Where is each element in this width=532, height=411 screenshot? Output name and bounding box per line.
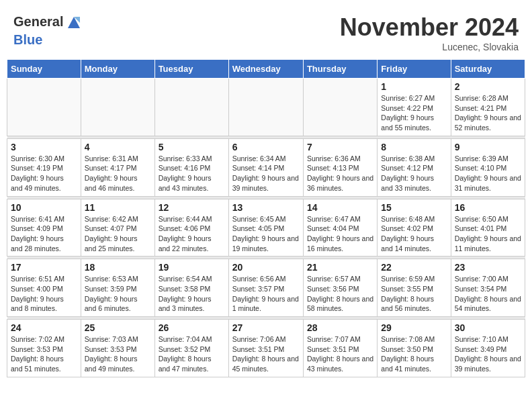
day-info: Sunrise: 7:02 AMSunset: 3:53 PMDaylight:… — [11, 334, 77, 374]
day-info: Sunrise: 6:48 AMSunset: 4:02 PMDaylight:… — [381, 214, 447, 254]
calendar-cell: 12Sunrise: 6:44 AMSunset: 4:06 PMDayligh… — [154, 199, 228, 257]
day-info: Sunrise: 6:44 AMSunset: 4:06 PMDaylight:… — [159, 214, 225, 254]
calendar-week-3: 10Sunrise: 6:41 AMSunset: 4:09 PMDayligh… — [7, 199, 525, 257]
calendar-cell: 14Sunrise: 6:47 AMSunset: 4:04 PMDayligh… — [303, 199, 377, 257]
day-info: Sunrise: 7:10 AMSunset: 3:49 PMDaylight:… — [455, 334, 521, 374]
weekday-header-thursday: Thursday — [303, 60, 377, 79]
day-number: 30 — [455, 322, 521, 333]
calendar-cell: 23Sunrise: 7:00 AMSunset: 3:54 PMDayligh… — [451, 259, 525, 317]
calendar-cell: 30Sunrise: 7:10 AMSunset: 3:49 PMDayligh… — [451, 320, 525, 377]
day-info: Sunrise: 7:03 AMSunset: 3:53 PMDaylight:… — [85, 334, 151, 374]
logo-text: General — [13, 13, 83, 32]
calendar-cell: 1Sunrise: 6:27 AMSunset: 4:22 PMDaylight… — [378, 79, 451, 136]
day-info: Sunrise: 7:08 AMSunset: 3:50 PMDaylight:… — [381, 334, 447, 374]
weekday-header-wednesday: Wednesday — [228, 60, 303, 79]
month-title: November 2024 — [340, 13, 519, 42]
calendar-cell: 21Sunrise: 6:57 AMSunset: 3:56 PMDayligh… — [303, 259, 377, 317]
calendar-cell: 11Sunrise: 6:42 AMSunset: 4:07 PMDayligh… — [81, 199, 154, 257]
calendar-cell: 26Sunrise: 7:04 AMSunset: 3:52 PMDayligh… — [154, 320, 228, 377]
day-info: Sunrise: 7:06 AMSunset: 3:51 PMDaylight:… — [232, 334, 300, 374]
day-number: 18 — [85, 262, 151, 273]
day-number: 24 — [11, 322, 77, 333]
calendar-header: SundayMondayTuesdayWednesdayThursdayFrid… — [7, 60, 525, 79]
calendar-cell: 9Sunrise: 6:39 AMSunset: 4:10 PMDaylight… — [451, 138, 525, 196]
day-info: Sunrise: 6:57 AMSunset: 3:56 PMDaylight:… — [307, 274, 373, 314]
weekday-header-tuesday: Tuesday — [154, 60, 228, 79]
day-info: Sunrise: 7:00 AMSunset: 3:54 PMDaylight:… — [455, 274, 521, 314]
calendar-cell: 2Sunrise: 6:28 AMSunset: 4:21 PMDaylight… — [451, 79, 525, 136]
day-number: 11 — [85, 202, 151, 213]
day-number: 4 — [85, 142, 151, 152]
logo: General Blue — [13, 13, 83, 47]
calendar-week-2: 3Sunrise: 6:30 AMSunset: 4:19 PMDaylight… — [7, 138, 525, 196]
calendar-cell: 4Sunrise: 6:31 AMSunset: 4:17 PMDaylight… — [81, 138, 154, 196]
day-number: 21 — [307, 262, 373, 273]
day-info: Sunrise: 6:41 AMSunset: 4:09 PMDaylight:… — [11, 214, 77, 254]
day-number: 29 — [381, 322, 447, 333]
calendar-cell: 19Sunrise: 6:54 AMSunset: 3:58 PMDayligh… — [154, 259, 228, 317]
day-info: Sunrise: 6:34 AMSunset: 4:14 PMDaylight:… — [232, 154, 300, 193]
day-info: Sunrise: 6:30 AMSunset: 4:19 PMDaylight:… — [11, 154, 77, 193]
calendar-cell: 29Sunrise: 7:08 AMSunset: 3:50 PMDayligh… — [378, 320, 451, 377]
day-number: 6 — [232, 142, 300, 152]
logo-blue: Blue — [13, 32, 83, 47]
day-number: 15 — [381, 202, 447, 213]
calendar-cell: 28Sunrise: 7:07 AMSunset: 3:51 PMDayligh… — [303, 320, 377, 377]
day-number: 5 — [159, 142, 225, 152]
day-number: 12 — [159, 202, 225, 213]
day-info: Sunrise: 6:54 AMSunset: 3:58 PMDaylight:… — [159, 274, 225, 314]
day-info: Sunrise: 6:42 AMSunset: 4:07 PMDaylight:… — [85, 214, 151, 254]
calendar-table: SundayMondayTuesdayWednesdayThursdayFrid… — [7, 59, 525, 377]
day-info: Sunrise: 6:51 AMSunset: 4:00 PMDaylight:… — [11, 274, 77, 314]
calendar-cell: 22Sunrise: 6:59 AMSunset: 3:55 PMDayligh… — [378, 259, 451, 317]
day-number: 27 — [232, 322, 300, 333]
calendar-cell — [7, 79, 81, 136]
calendar-cell: 3Sunrise: 6:30 AMSunset: 4:19 PMDaylight… — [7, 138, 81, 196]
day-info: Sunrise: 7:07 AMSunset: 3:51 PMDaylight:… — [307, 334, 373, 374]
day-number: 23 — [455, 262, 521, 273]
day-info: Sunrise: 6:36 AMSunset: 4:13 PMDaylight:… — [307, 154, 373, 193]
calendar-cell: 10Sunrise: 6:41 AMSunset: 4:09 PMDayligh… — [7, 199, 81, 257]
calendar-cell: 17Sunrise: 6:51 AMSunset: 4:00 PMDayligh… — [7, 259, 81, 317]
day-number: 9 — [455, 142, 521, 152]
day-info: Sunrise: 6:33 AMSunset: 4:16 PMDaylight:… — [159, 154, 225, 193]
calendar-week-4: 17Sunrise: 6:51 AMSunset: 4:00 PMDayligh… — [7, 259, 525, 317]
calendar-week-1: 1Sunrise: 6:27 AMSunset: 4:22 PMDaylight… — [7, 79, 525, 136]
calendar-cell — [303, 79, 377, 136]
calendar-cell: 18Sunrise: 6:53 AMSunset: 3:59 PMDayligh… — [81, 259, 154, 317]
calendar-cell: 6Sunrise: 6:34 AMSunset: 4:14 PMDaylight… — [228, 138, 303, 196]
calendar-cell: 8Sunrise: 6:38 AMSunset: 4:12 PMDaylight… — [378, 138, 451, 196]
day-info: Sunrise: 6:47 AMSunset: 4:04 PMDaylight:… — [307, 214, 373, 254]
day-number: 19 — [159, 262, 225, 273]
calendar-cell: 13Sunrise: 6:45 AMSunset: 4:05 PMDayligh… — [228, 199, 303, 257]
day-number: 8 — [381, 142, 447, 152]
day-number: 7 — [307, 142, 373, 152]
calendar-cell: 20Sunrise: 6:56 AMSunset: 3:57 PMDayligh… — [228, 259, 303, 317]
day-info: Sunrise: 6:56 AMSunset: 3:57 PMDaylight:… — [232, 274, 300, 314]
day-number: 16 — [455, 202, 521, 213]
day-number: 10 — [11, 202, 77, 213]
day-number: 13 — [232, 202, 300, 213]
weekday-header-friday: Friday — [378, 60, 451, 79]
logo-icon — [64, 13, 83, 32]
page-header: General Blue November 2024 Lucenec, Slov… — [7, 7, 525, 56]
day-info: Sunrise: 6:31 AMSunset: 4:17 PMDaylight:… — [85, 154, 151, 193]
day-number: 2 — [455, 81, 521, 92]
location: Lucenec, Slovakia — [340, 42, 519, 52]
day-number: 17 — [11, 262, 77, 273]
day-info: Sunrise: 7:04 AMSunset: 3:52 PMDaylight:… — [159, 334, 225, 374]
calendar-cell: 7Sunrise: 6:36 AMSunset: 4:13 PMDaylight… — [303, 138, 377, 196]
day-number: 22 — [381, 262, 447, 273]
weekday-header-monday: Monday — [81, 60, 154, 79]
day-info: Sunrise: 6:45 AMSunset: 4:05 PMDaylight:… — [232, 214, 300, 254]
day-number: 3 — [11, 142, 77, 152]
weekday-header-saturday: Saturday — [451, 60, 525, 79]
calendar-cell: 16Sunrise: 6:50 AMSunset: 4:01 PMDayligh… — [451, 199, 525, 257]
day-number: 14 — [307, 202, 373, 213]
calendar-cell — [81, 79, 154, 136]
title-block: November 2024 Lucenec, Slovakia — [340, 13, 519, 52]
day-info: Sunrise: 6:50 AMSunset: 4:01 PMDaylight:… — [455, 214, 521, 254]
day-number: 28 — [307, 322, 373, 333]
day-number: 1 — [381, 81, 447, 92]
calendar-week-5: 24Sunrise: 7:02 AMSunset: 3:53 PMDayligh… — [7, 320, 525, 377]
